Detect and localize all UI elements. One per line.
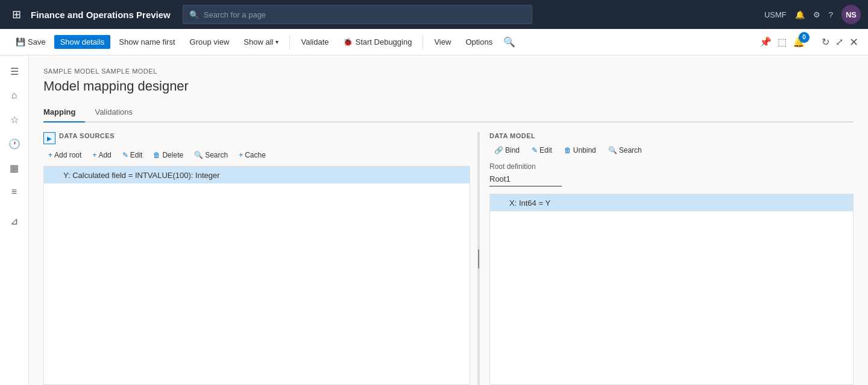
notifications-icon[interactable]: 🔔 (795, 10, 805, 19)
main-layout: ☰ ⌂ ☆ 🕐 ▦ ≡ ⊿ SAMPLE MODEL SAMPLE MODEL … (0, 56, 868, 385)
data-sources-tree: Y: Calculated field = INTVALUE(100): Int… (43, 166, 470, 385)
expand-panel-icon[interactable]: ⬚ (778, 36, 787, 48)
notification-badge: 0 (799, 32, 810, 43)
pin-icon[interactable]: 📌 (760, 36, 772, 48)
validate-button[interactable]: Validate (295, 35, 335, 49)
root-definition-value[interactable]: Root1 (489, 173, 562, 186)
usmf-label[interactable]: USMF (764, 10, 787, 19)
waffle-icon[interactable]: ⊞ (7, 5, 26, 24)
show-all-chevron-icon: ▾ (275, 39, 278, 45)
add-root-button[interactable]: + Add root (43, 149, 86, 161)
global-search-box[interactable]: 🔍 (183, 5, 532, 24)
edit-icon: ✎ (122, 151, 128, 159)
data-model-toolbar: 🔗 Bind ✎ Edit 🗑 Unbind 🔍 Search (489, 144, 854, 156)
tree-expand-icon (497, 198, 507, 208)
toolbar-separator-2 (423, 35, 423, 49)
tab-bar: Mapping Validations (43, 104, 854, 122)
tree-row[interactable]: Y: Calculated field = INTVALUE(100): Int… (44, 167, 470, 183)
close-icon[interactable]: ✕ (849, 36, 858, 49)
search-sources-icon: 🔍 (194, 151, 203, 159)
tree-row[interactable]: X: Int64 = Y (490, 194, 853, 211)
delete-icon: 🗑 (153, 151, 160, 159)
data-sources-header: DATA SOURCES (59, 132, 115, 139)
main-content-area: SAMPLE MODEL SAMPLE MODEL Model mapping … (29, 56, 868, 385)
sidebar-item-modules[interactable]: ≡ (4, 181, 25, 203)
data-model-header: DATA MODEL (489, 132, 854, 139)
edit-sources-button[interactable]: ✎ Edit (118, 149, 148, 161)
list-icon: ≡ (11, 186, 17, 197)
sidebar-item-workspaces[interactable]: ▦ (4, 157, 25, 179)
settings-icon[interactable]: ⚙ (813, 10, 820, 19)
panels-container: ▶ DATA SOURCES + Add root + Add ✎ Edit (43, 132, 854, 385)
open-new-icon[interactable]: ⤢ (835, 36, 843, 48)
tree-expand-icon (51, 170, 61, 180)
unbind-icon: 🗑 (564, 146, 571, 154)
home-icon: ⌂ (11, 90, 17, 101)
tab-validations[interactable]: Validations (95, 104, 142, 122)
bind-icon: 🔗 (494, 146, 503, 154)
refresh-icon[interactable]: ↻ (822, 36, 829, 48)
search-model-button[interactable]: 🔍 Search (603, 144, 647, 156)
help-icon[interactable]: ? (829, 10, 833, 19)
search-input[interactable] (204, 10, 526, 19)
collapse-sources-button[interactable]: ▶ (43, 132, 55, 144)
search-toolbar-icon[interactable]: 🔍 (503, 36, 515, 48)
left-sidebar: ☰ ⌂ ☆ 🕐 ▦ ≡ ⊿ (0, 56, 29, 385)
add-root-icon: + (48, 151, 52, 159)
bind-button[interactable]: 🔗 Bind (489, 144, 524, 156)
top-nav-right: USMF 🔔 ⚙ ? NS (764, 5, 861, 24)
save-button[interactable]: 💾 Save (10, 35, 52, 49)
search-icon: 🔍 (189, 10, 199, 19)
group-view-button[interactable]: Group view (184, 35, 236, 49)
debug-icon: 🐞 (343, 37, 353, 46)
top-navigation: ⊞ Finance and Operations Preview 🔍 USMF … (0, 0, 868, 29)
sidebar-item-home[interactable]: ⌂ (4, 84, 25, 106)
add-button[interactable]: + Add (87, 149, 116, 161)
show-all-button[interactable]: Show all ▾ (237, 35, 285, 49)
divider-handle (478, 249, 479, 269)
unbind-button[interactable]: 🗑 Unbind (559, 144, 601, 156)
view-button[interactable]: View (428, 35, 457, 49)
add-icon: + (92, 151, 96, 159)
data-model-panel: DATA MODEL 🔗 Bind ✎ Edit 🗑 Unbind (480, 132, 854, 385)
filter-icon: ⊿ (10, 215, 18, 227)
cache-button[interactable]: + Cache (234, 149, 271, 161)
save-icon: 💾 (16, 37, 25, 46)
start-debugging-button[interactable]: 🐞 Start Debugging (337, 35, 418, 49)
search-model-icon: 🔍 (608, 146, 617, 154)
show-name-first-button[interactable]: Show name first (113, 35, 181, 49)
options-button[interactable]: Options (459, 35, 498, 49)
page-title: Model mapping designer (43, 78, 854, 94)
clock-icon: 🕐 (8, 138, 20, 150)
sidebar-hamburger[interactable]: ☰ (4, 60, 25, 82)
data-model-tree: X: Int64 = Y (489, 194, 854, 385)
cache-icon: + (239, 151, 243, 159)
edit-model-button[interactable]: ✎ Edit (527, 144, 557, 156)
grid-icon: ▦ (10, 162, 19, 174)
delete-button[interactable]: 🗑 Delete (148, 149, 188, 161)
action-toolbar: 💾 Save Show details Show name first Grou… (0, 29, 868, 56)
user-avatar[interactable]: NS (841, 5, 861, 24)
show-details-button[interactable]: Show details (54, 35, 111, 49)
app-title: Finance and Operations Preview (31, 10, 171, 20)
breadcrumb: SAMPLE MODEL SAMPLE MODEL (43, 68, 854, 75)
root-definition-label: Root definition (489, 162, 854, 171)
sidebar-item-favorites[interactable]: ☆ (4, 109, 25, 130)
toolbar-separator-1 (289, 35, 290, 49)
search-sources-button[interactable]: 🔍 Search (189, 149, 233, 161)
data-sources-toolbar: + Add root + Add ✎ Edit 🗑 Delete (43, 149, 470, 161)
hamburger-icon: ☰ (10, 66, 19, 77)
data-sources-panel: ▶ DATA SOURCES + Add root + Add ✎ Edit (43, 132, 477, 385)
root-definition-section: Root definition Root1 (489, 162, 854, 186)
edit-model-icon: ✎ (532, 146, 538, 154)
sidebar-item-filter[interactable]: ⊿ (4, 210, 25, 232)
sidebar-item-recent[interactable]: 🕐 (4, 133, 25, 154)
tab-mapping[interactable]: Mapping (43, 104, 85, 122)
star-icon: ☆ (10, 114, 19, 126)
